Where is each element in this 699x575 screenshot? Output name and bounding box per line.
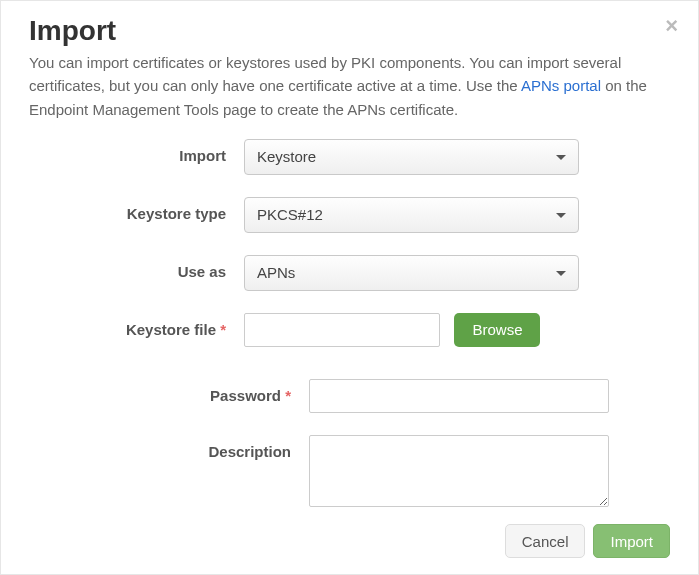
import-select[interactable]: Keystore: [244, 139, 579, 175]
chevron-down-icon: [556, 213, 566, 218]
import-dialog: × Import You can import certificates or …: [0, 0, 699, 575]
required-mark: *: [285, 387, 291, 404]
dialog-description: You can import certificates or keystores…: [29, 51, 670, 121]
chevron-down-icon: [556, 271, 566, 276]
import-select-value: Keystore: [257, 148, 316, 165]
keystore-file-label: Keystore file *: [29, 313, 244, 338]
close-icon[interactable]: ×: [665, 15, 678, 37]
description-textarea[interactable]: [309, 435, 609, 507]
password-label-text: Password: [210, 387, 281, 404]
keystore-type-select-value: PKCS#12: [257, 206, 323, 223]
required-mark: *: [220, 321, 226, 338]
dialog-title: Import: [29, 15, 670, 47]
description-label: Description: [29, 435, 309, 460]
password-label: Password *: [29, 379, 309, 404]
keystore-type-select[interactable]: PKCS#12: [244, 197, 579, 233]
chevron-down-icon: [556, 155, 566, 160]
import-button[interactable]: Import: [593, 524, 670, 558]
use-as-label: Use as: [29, 255, 244, 280]
password-input[interactable]: [309, 379, 609, 413]
import-label: Import: [29, 139, 244, 164]
dialog-footer: Cancel Import: [505, 524, 670, 558]
use-as-select-value: APNs: [257, 264, 295, 281]
keystore-type-label: Keystore type: [29, 197, 244, 222]
browse-button[interactable]: Browse: [454, 313, 540, 347]
keystore-file-input[interactable]: [244, 313, 440, 347]
apns-portal-link[interactable]: APNs portal: [521, 77, 601, 94]
keystore-file-label-text: Keystore file: [126, 321, 216, 338]
use-as-select[interactable]: APNs: [244, 255, 579, 291]
cancel-button[interactable]: Cancel: [505, 524, 586, 558]
